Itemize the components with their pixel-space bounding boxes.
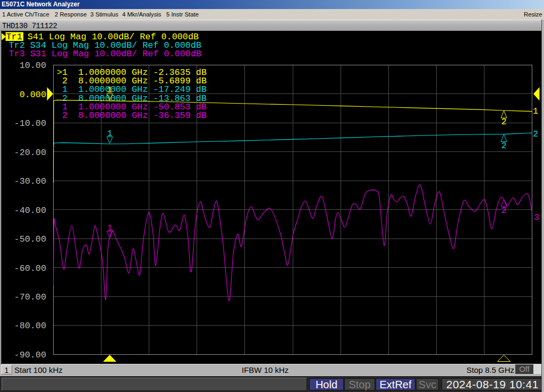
svg-text:-20.00: -20.00 (14, 148, 46, 158)
svg-text:2 8.0000000 GHz -36.359 dB: 2 8.0000000 GHz -36.359 dB (57, 110, 207, 121)
svg-text:2: 2 (501, 117, 506, 127)
svg-text:-10.00: -10.00 (14, 118, 46, 129)
svg-text:1: 1 (107, 85, 112, 95)
svg-text:2: 2 (533, 129, 538, 139)
svg-text:-30.00: -30.00 (14, 176, 46, 186)
svg-text:2: 2 (501, 206, 506, 216)
svg-text:-80.00: -80.00 (14, 321, 46, 331)
svg-text:1: 1 (107, 223, 112, 233)
svg-text:-50.00: -50.00 (14, 234, 46, 244)
svg-text:2: 2 (501, 141, 506, 151)
svg-text:Tr3 S31 Log Mag 10.00dB/ Ref 0: Tr3 S31 Log Mag 10.00dB/ Ref 0.000dB (9, 49, 202, 59)
svg-text:1: 1 (107, 129, 112, 139)
svg-text:1: 1 (533, 106, 538, 116)
svg-text:-90.00: -90.00 (14, 350, 46, 360)
svg-text:-40.00: -40.00 (14, 206, 46, 216)
svg-text:3: 3 (534, 212, 539, 223)
svg-text:-70.00: -70.00 (14, 292, 46, 302)
svg-text:-60.00: -60.00 (14, 263, 46, 274)
svg-text:10.00: 10.00 (20, 61, 46, 71)
svg-text:0.000: 0.000 (20, 90, 46, 100)
